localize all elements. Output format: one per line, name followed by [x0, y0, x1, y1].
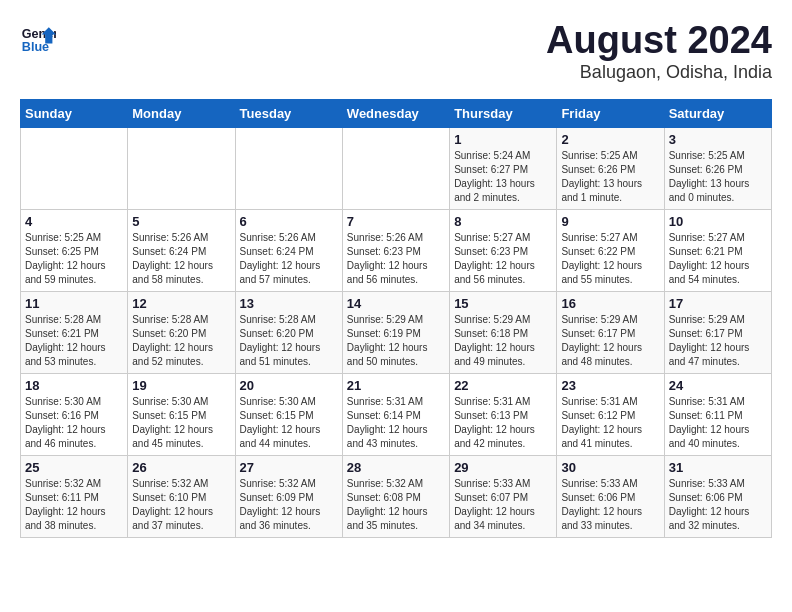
calendar-week-2: 4Sunrise: 5:25 AM Sunset: 6:25 PM Daylig… [21, 209, 772, 291]
day-number: 22 [454, 378, 552, 393]
calendar-cell: 3Sunrise: 5:25 AM Sunset: 6:26 PM Daylig… [664, 127, 771, 209]
calendar-cell: 8Sunrise: 5:27 AM Sunset: 6:23 PM Daylig… [450, 209, 557, 291]
day-number: 12 [132, 296, 230, 311]
day-number: 16 [561, 296, 659, 311]
calendar-cell: 21Sunrise: 5:31 AM Sunset: 6:14 PM Dayli… [342, 373, 449, 455]
svg-text:Blue: Blue [22, 40, 49, 54]
day-number: 27 [240, 460, 338, 475]
calendar-cell: 27Sunrise: 5:32 AM Sunset: 6:09 PM Dayli… [235, 455, 342, 537]
day-number: 3 [669, 132, 767, 147]
calendar-cell [128, 127, 235, 209]
day-detail: Sunrise: 5:33 AM Sunset: 6:06 PM Dayligh… [561, 477, 659, 533]
calendar-cell: 28Sunrise: 5:32 AM Sunset: 6:08 PM Dayli… [342, 455, 449, 537]
day-detail: Sunrise: 5:25 AM Sunset: 6:26 PM Dayligh… [669, 149, 767, 205]
day-number: 8 [454, 214, 552, 229]
day-number: 1 [454, 132, 552, 147]
calendar-cell: 19Sunrise: 5:30 AM Sunset: 6:15 PM Dayli… [128, 373, 235, 455]
day-number: 26 [132, 460, 230, 475]
day-number: 28 [347, 460, 445, 475]
day-detail: Sunrise: 5:32 AM Sunset: 6:11 PM Dayligh… [25, 477, 123, 533]
day-number: 24 [669, 378, 767, 393]
calendar-cell: 20Sunrise: 5:30 AM Sunset: 6:15 PM Dayli… [235, 373, 342, 455]
logo-icon: General Blue [20, 20, 56, 56]
calendar-cell: 1Sunrise: 5:24 AM Sunset: 6:27 PM Daylig… [450, 127, 557, 209]
day-number: 15 [454, 296, 552, 311]
calendar-cell: 13Sunrise: 5:28 AM Sunset: 6:20 PM Dayli… [235, 291, 342, 373]
day-number: 20 [240, 378, 338, 393]
calendar-week-5: 25Sunrise: 5:32 AM Sunset: 6:11 PM Dayli… [21, 455, 772, 537]
calendar-cell: 11Sunrise: 5:28 AM Sunset: 6:21 PM Dayli… [21, 291, 128, 373]
header-wednesday: Wednesday [342, 99, 449, 127]
day-number: 29 [454, 460, 552, 475]
page-header: General Blue August 2024 Balugaon, Odish… [20, 20, 772, 83]
day-number: 21 [347, 378, 445, 393]
day-number: 23 [561, 378, 659, 393]
day-detail: Sunrise: 5:29 AM Sunset: 6:17 PM Dayligh… [561, 313, 659, 369]
calendar-cell: 2Sunrise: 5:25 AM Sunset: 6:26 PM Daylig… [557, 127, 664, 209]
day-number: 19 [132, 378, 230, 393]
calendar-cell: 4Sunrise: 5:25 AM Sunset: 6:25 PM Daylig… [21, 209, 128, 291]
day-detail: Sunrise: 5:32 AM Sunset: 6:10 PM Dayligh… [132, 477, 230, 533]
calendar-cell: 12Sunrise: 5:28 AM Sunset: 6:20 PM Dayli… [128, 291, 235, 373]
calendar-cell: 10Sunrise: 5:27 AM Sunset: 6:21 PM Dayli… [664, 209, 771, 291]
header-sunday: Sunday [21, 99, 128, 127]
calendar-cell: 17Sunrise: 5:29 AM Sunset: 6:17 PM Dayli… [664, 291, 771, 373]
day-detail: Sunrise: 5:32 AM Sunset: 6:09 PM Dayligh… [240, 477, 338, 533]
calendar-cell: 6Sunrise: 5:26 AM Sunset: 6:24 PM Daylig… [235, 209, 342, 291]
day-detail: Sunrise: 5:33 AM Sunset: 6:06 PM Dayligh… [669, 477, 767, 533]
day-detail: Sunrise: 5:33 AM Sunset: 6:07 PM Dayligh… [454, 477, 552, 533]
day-number: 4 [25, 214, 123, 229]
day-number: 17 [669, 296, 767, 311]
day-number: 30 [561, 460, 659, 475]
day-detail: Sunrise: 5:30 AM Sunset: 6:16 PM Dayligh… [25, 395, 123, 451]
day-detail: Sunrise: 5:31 AM Sunset: 6:13 PM Dayligh… [454, 395, 552, 451]
header-friday: Friday [557, 99, 664, 127]
calendar-cell: 9Sunrise: 5:27 AM Sunset: 6:22 PM Daylig… [557, 209, 664, 291]
calendar-subtitle: Balugaon, Odisha, India [546, 62, 772, 83]
day-detail: Sunrise: 5:25 AM Sunset: 6:25 PM Dayligh… [25, 231, 123, 287]
day-number: 10 [669, 214, 767, 229]
calendar-cell: 18Sunrise: 5:30 AM Sunset: 6:16 PM Dayli… [21, 373, 128, 455]
weekday-header-row: Sunday Monday Tuesday Wednesday Thursday… [21, 99, 772, 127]
calendar-cell: 29Sunrise: 5:33 AM Sunset: 6:07 PM Dayli… [450, 455, 557, 537]
calendar-cell: 23Sunrise: 5:31 AM Sunset: 6:12 PM Dayli… [557, 373, 664, 455]
calendar-cell: 16Sunrise: 5:29 AM Sunset: 6:17 PM Dayli… [557, 291, 664, 373]
day-detail: Sunrise: 5:30 AM Sunset: 6:15 PM Dayligh… [132, 395, 230, 451]
header-saturday: Saturday [664, 99, 771, 127]
day-detail: Sunrise: 5:27 AM Sunset: 6:21 PM Dayligh… [669, 231, 767, 287]
calendar-cell: 7Sunrise: 5:26 AM Sunset: 6:23 PM Daylig… [342, 209, 449, 291]
day-number: 31 [669, 460, 767, 475]
day-detail: Sunrise: 5:24 AM Sunset: 6:27 PM Dayligh… [454, 149, 552, 205]
title-area: August 2024 Balugaon, Odisha, India [546, 20, 772, 83]
day-detail: Sunrise: 5:28 AM Sunset: 6:20 PM Dayligh… [132, 313, 230, 369]
calendar-week-4: 18Sunrise: 5:30 AM Sunset: 6:16 PM Dayli… [21, 373, 772, 455]
day-detail: Sunrise: 5:28 AM Sunset: 6:20 PM Dayligh… [240, 313, 338, 369]
day-detail: Sunrise: 5:29 AM Sunset: 6:18 PM Dayligh… [454, 313, 552, 369]
day-number: 18 [25, 378, 123, 393]
day-number: 25 [25, 460, 123, 475]
header-tuesday: Tuesday [235, 99, 342, 127]
calendar-cell [342, 127, 449, 209]
header-thursday: Thursday [450, 99, 557, 127]
logo: General Blue [20, 20, 56, 56]
day-number: 6 [240, 214, 338, 229]
day-number: 14 [347, 296, 445, 311]
calendar-cell: 31Sunrise: 5:33 AM Sunset: 6:06 PM Dayli… [664, 455, 771, 537]
day-number: 2 [561, 132, 659, 147]
header-monday: Monday [128, 99, 235, 127]
calendar-cell: 26Sunrise: 5:32 AM Sunset: 6:10 PM Dayli… [128, 455, 235, 537]
day-detail: Sunrise: 5:28 AM Sunset: 6:21 PM Dayligh… [25, 313, 123, 369]
day-detail: Sunrise: 5:30 AM Sunset: 6:15 PM Dayligh… [240, 395, 338, 451]
calendar-cell: 24Sunrise: 5:31 AM Sunset: 6:11 PM Dayli… [664, 373, 771, 455]
day-detail: Sunrise: 5:25 AM Sunset: 6:26 PM Dayligh… [561, 149, 659, 205]
calendar-cell: 30Sunrise: 5:33 AM Sunset: 6:06 PM Dayli… [557, 455, 664, 537]
day-detail: Sunrise: 5:31 AM Sunset: 6:12 PM Dayligh… [561, 395, 659, 451]
calendar-week-1: 1Sunrise: 5:24 AM Sunset: 6:27 PM Daylig… [21, 127, 772, 209]
day-detail: Sunrise: 5:27 AM Sunset: 6:22 PM Dayligh… [561, 231, 659, 287]
day-number: 5 [132, 214, 230, 229]
day-number: 11 [25, 296, 123, 311]
day-detail: Sunrise: 5:32 AM Sunset: 6:08 PM Dayligh… [347, 477, 445, 533]
calendar-table: Sunday Monday Tuesday Wednesday Thursday… [20, 99, 772, 538]
day-detail: Sunrise: 5:26 AM Sunset: 6:23 PM Dayligh… [347, 231, 445, 287]
day-detail: Sunrise: 5:31 AM Sunset: 6:11 PM Dayligh… [669, 395, 767, 451]
